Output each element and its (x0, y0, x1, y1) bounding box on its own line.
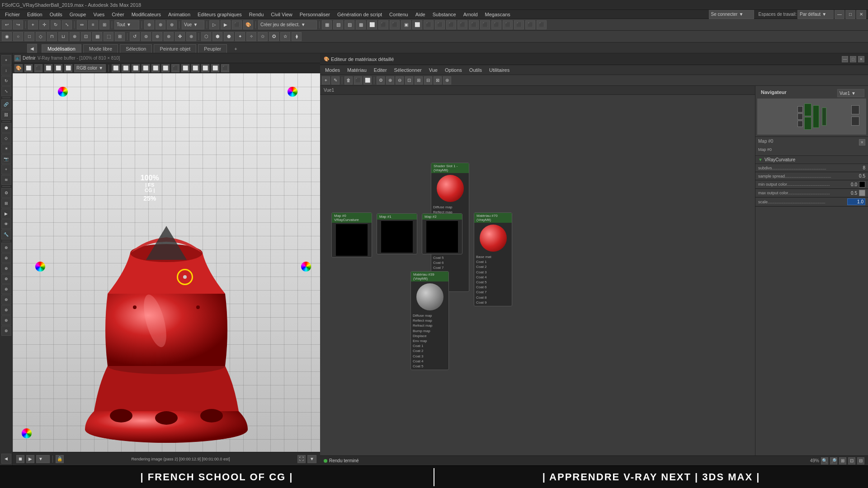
move-btn[interactable]: ✛ (39, 20, 49, 29)
creer-jeu-dropdown[interactable]: Créer jeu de sélect. ▼ (258, 20, 317, 29)
redo-btn[interactable]: ↪ (13, 20, 23, 29)
tb2-13[interactable]: ⊚ (141, 32, 151, 41)
vcb-15[interactable]: ⬜ (201, 64, 209, 72)
tool-helper[interactable]: + (1, 164, 11, 174)
vcb-1[interactable]: ⬜ (24, 64, 33, 72)
menu-personnaliser[interactable]: Personnaliser (297, 11, 333, 18)
vb-dropdown[interactable]: ▼ (36, 455, 50, 463)
tool-display[interactable]: 👁 (1, 219, 11, 229)
mat-minimize[interactable]: — (842, 56, 848, 62)
tab-selection[interactable]: Sélection (120, 44, 152, 53)
tb2-19[interactable]: ⬢ (212, 32, 222, 41)
tab-peinture-objet[interactable]: Peinture objet (154, 44, 196, 53)
mat-tb2[interactable]: ✎ (331, 76, 340, 84)
color-mode-btn[interactable]: 🎨 (14, 64, 23, 72)
layer18-btn[interactable]: ⬛ (514, 20, 524, 29)
render1-btn[interactable]: ▷ (209, 20, 219, 29)
prop-scale-input[interactable] (847, 198, 865, 205)
viewport-3d[interactable]: 100% | FSCG | 25% 500cm (13, 73, 320, 465)
menu-groupe[interactable]: Groupe (66, 11, 90, 18)
menu-modificateurs[interactable]: Modificateurs (128, 11, 164, 18)
mirror-btn[interactable]: ⇔ (77, 20, 87, 29)
tb2-5[interactable]: ⊓ (47, 32, 57, 41)
menu-edition[interactable]: Edition (24, 11, 46, 18)
max-color-swatch[interactable] (859, 190, 865, 196)
tb2-21[interactable]: ✦ (235, 32, 245, 41)
layer2-btn[interactable]: ▧ (333, 20, 343, 29)
layer11-btn[interactable]: ⬛ (435, 20, 445, 29)
layer12-btn[interactable]: ⬛ (446, 20, 456, 29)
mat-tb12[interactable]: ⊠ (434, 76, 442, 84)
tb2-3[interactable]: □ (24, 32, 34, 41)
window-close[interactable]: ✕ (856, 10, 866, 19)
menu-vues[interactable]: Vues (90, 11, 108, 18)
vcb-4[interactable]: ⬜ (54, 64, 62, 72)
vcb-9[interactable]: ⬜ (142, 64, 150, 72)
mat-tb8[interactable]: ⊖ (396, 76, 404, 84)
tb2-14[interactable]: ⊛ (152, 32, 162, 41)
navigator-preview[interactable] (757, 99, 866, 135)
tab-mode-libre[interactable]: Mode libre (83, 44, 118, 53)
vb-stop[interactable]: ▶ (26, 455, 34, 463)
vcb-12[interactable]: ⬛ (171, 64, 179, 72)
back-btn[interactable]: ◀ (27, 44, 37, 53)
mat-tb9[interactable]: ⊡ (405, 76, 413, 84)
mat-tb5[interactable]: ⬜ (363, 76, 372, 84)
tb2-4[interactable]: ◇ (36, 32, 46, 41)
tool-modify[interactable]: ⚙ (1, 188, 11, 198)
vcb-8[interactable]: ⬜ (132, 64, 140, 72)
node-materiau39[interactable]: Matériau #39(VrayMtl) Diffuse map Reflec… (410, 271, 449, 370)
nav-viewport-select[interactable]: Vue1 ▼ (837, 89, 864, 97)
workspace-dropdown[interactable]: Par défaut ▼ (797, 10, 834, 19)
layer19-btn[interactable]: ⬛ (525, 20, 535, 29)
node-map0[interactable]: Map #0VRayCurvature (331, 212, 372, 258)
tb2-20[interactable]: ⬣ (224, 32, 234, 41)
tool-spacewarp[interactable]: ≋ (1, 175, 11, 185)
mat-tb13[interactable]: ⊛ (443, 76, 451, 84)
mat-tb1[interactable]: ⌖ (322, 76, 330, 84)
mat-menu-modes[interactable]: Modes (322, 66, 343, 74)
rotate-btn[interactable]: ↻ (51, 20, 61, 29)
vcb-17[interactable]: ⬛ (221, 64, 229, 72)
tool-utilities[interactable]: 🔧 (1, 230, 11, 239)
tool-extra5[interactable]: ⊕ (1, 284, 11, 294)
render2-btn[interactable]: ▶ (221, 20, 231, 29)
tool-extra1[interactable]: ⊕ (1, 243, 11, 253)
tool-extra9[interactable]: ⊕ (1, 326, 11, 336)
mat-tb6[interactable]: ⚙ (377, 76, 385, 84)
extra-view2[interactable]: ⊟ (857, 457, 864, 465)
fit-view[interactable]: ⊞ (839, 457, 846, 465)
mat-menu-selectionner[interactable]: Sélectionner (391, 66, 425, 74)
tool-link[interactable]: 🔗 (1, 99, 11, 109)
menu-megascans[interactable]: Megascans (482, 11, 514, 18)
tool-shape[interactable]: ◇ (1, 133, 11, 143)
prop-close-btn[interactable]: ✕ (859, 139, 865, 145)
tb2-26[interactable]: ⧫ (292, 32, 302, 41)
menu-editeurs[interactable]: Editeurs graphiques (194, 11, 245, 18)
tb2-2[interactable]: ○ (13, 32, 23, 41)
node-blend[interactable]: Matériau #70(VrayMtl) Base mat Coat 1 Co… (474, 212, 512, 306)
tb2-16[interactable]: ✤ (175, 32, 185, 41)
mat-tb4[interactable]: ⬛ (354, 76, 362, 84)
tool-light[interactable]: ☀ (1, 144, 11, 154)
mat-menu-vue[interactable]: Vue (426, 66, 441, 74)
menu-creer[interactable]: Créer (108, 11, 127, 18)
vb-screen[interactable]: ⛶ (297, 455, 306, 463)
tool-extra7[interactable]: ⊕ (1, 305, 11, 315)
min-color-swatch[interactable] (859, 181, 865, 188)
snap3d-btn[interactable]: ⊕ (167, 20, 177, 29)
mat-tb3[interactable]: 🗑 (344, 76, 353, 84)
tab-peupler[interactable]: Peupler (198, 44, 227, 53)
align-btn[interactable]: ≡ (88, 20, 98, 29)
tool-hierarchy[interactable]: ⊞ (1, 198, 11, 208)
mat-close[interactable]: ✕ (858, 56, 864, 62)
tool-motion[interactable]: ▶ (1, 209, 11, 219)
vb-play[interactable]: ⏹ (16, 455, 24, 463)
vcb-14[interactable]: ⬜ (191, 64, 199, 72)
vcb-3[interactable]: ⬜ (44, 64, 52, 72)
mat-tb11[interactable]: ⊟ (424, 76, 432, 84)
extra-view1[interactable]: ⊡ (848, 457, 855, 465)
tout-dropdown[interactable]: Tout ▼ (114, 20, 139, 29)
layer17-btn[interactable]: ⬛ (503, 20, 513, 29)
layer13-btn[interactable]: ⬛ (458, 20, 467, 29)
